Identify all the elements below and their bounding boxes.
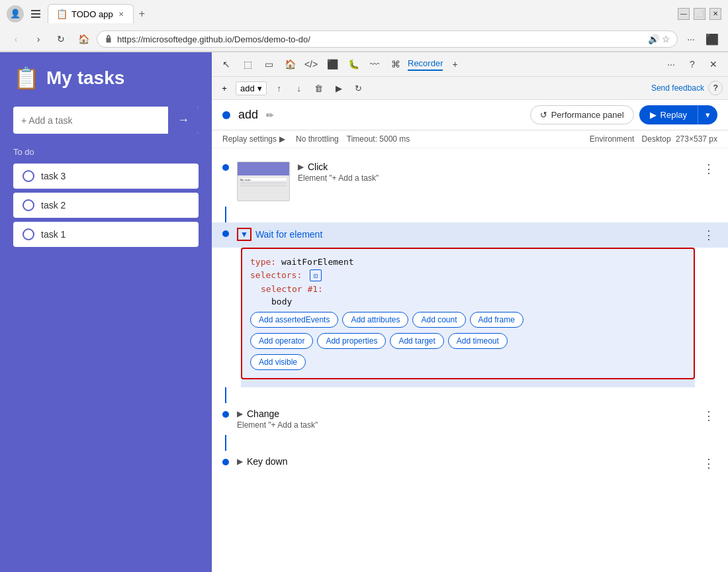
refresh-button[interactable]: ↻ — [52, 30, 70, 48]
replay-settings-bar: Replay settings ▶ No throttling Timeout:… — [212, 130, 728, 148]
home-button[interactable]: 🏠 — [74, 30, 93, 48]
play-button[interactable]: ▶ — [330, 79, 347, 97]
toggle-panel[interactable]: ▭ — [259, 55, 278, 73]
network-tool[interactable]: 🐛 — [344, 55, 363, 73]
elements-tool[interactable]: 🏠 — [281, 55, 299, 73]
console-tool[interactable]: </> — [302, 55, 320, 73]
todo-add-bar: → — [13, 107, 199, 134]
environment-device: Desktop — [642, 134, 671, 144]
todo-item-task1[interactable]: task 1 — [13, 222, 199, 247]
recorder-help-button[interactable]: ? — [708, 81, 723, 95]
step-wait-title[interactable]: ▼ Wait for element — [237, 228, 692, 241]
active-tab[interactable]: 📋 TODO app ✕ — [48, 4, 134, 23]
profile-button[interactable]: ⬛ — [703, 30, 721, 48]
recording-select[interactable]: add ▾ — [236, 81, 267, 95]
step-keydown-more-button[interactable]: ⋮ — [700, 456, 717, 471]
task3-checkbox[interactable] — [23, 170, 34, 182]
environment-label: Environment — [590, 134, 634, 144]
add-attributes-button[interactable]: Add attributes — [342, 312, 408, 328]
add-task-input[interactable] — [13, 109, 168, 132]
tab-close-button[interactable]: ✕ — [117, 9, 125, 19]
svg-rect-2 — [31, 17, 40, 18]
todo-app-icon: 📋 — [13, 66, 40, 91]
edit-recording-name-icon[interactable]: ✏ — [266, 110, 274, 120]
move-down-button[interactable]: ↓ — [291, 79, 308, 97]
recorder-tab[interactable]: Recorder — [408, 58, 443, 71]
add-properties-button[interactable]: Add properties — [317, 333, 386, 349]
add-visible-button[interactable]: Add visible — [250, 354, 306, 370]
sidebar-toggle[interactable] — [29, 7, 42, 21]
move-up-button[interactable]: ↑ — [271, 79, 288, 97]
replay-button-group: ▶ Replay ▾ — [639, 105, 717, 124]
memory-tool[interactable]: ⌘ — [387, 55, 405, 73]
close-button[interactable]: ✕ — [709, 8, 721, 20]
step-wait-more-button[interactable]: ⋮ — [700, 228, 717, 242]
step-wait-dot-col — [222, 230, 229, 237]
maximize-button[interactable]: ⬜ — [694, 8, 705, 20]
minimize-button[interactable]: — — [678, 8, 690, 20]
step-change-more-button[interactable]: ⋮ — [700, 408, 717, 423]
task2-checkbox[interactable] — [23, 199, 34, 211]
step-change-title[interactable]: ▶ Change — [237, 408, 692, 419]
replay-dropdown-button[interactable]: ▾ — [698, 105, 717, 124]
forward-button[interactable]: › — [29, 30, 48, 48]
step-click-name: Click — [308, 162, 328, 172]
new-tab-button[interactable]: + — [134, 5, 150, 23]
connector-3 — [212, 435, 728, 451]
add-timeout-button[interactable]: Add timeout — [448, 333, 508, 349]
loop-button[interactable]: ↻ — [350, 79, 367, 97]
device-tool[interactable]: ⬚ — [238, 55, 257, 73]
todo-item-task3[interactable]: task 3 — [13, 164, 199, 189]
add-frame-button[interactable]: Add frame — [470, 312, 523, 328]
step-click-more-button[interactable]: ⋮ — [700, 162, 717, 176]
lock-icon — [104, 34, 113, 44]
code-body-val: body — [250, 297, 686, 307]
address-bar[interactable]: https://microsoftedge.github.io/Demos/de… — [97, 30, 678, 48]
wait-element-code-box: type: waitForElement selectors: ⊡ select… — [241, 248, 695, 379]
sources-tool[interactable]: ⬛ — [323, 55, 341, 73]
recorder-add-button[interactable]: + — [217, 81, 232, 95]
tag-buttons-row3: Add visible — [250, 354, 686, 370]
add-target-button[interactable]: Add target — [390, 333, 443, 349]
devtools-panel: ↖ ⬚ ▭ 🏠 </> ⬛ 🐛 〰 ⌘ Recorder + ··· ? ✕ +… — [212, 52, 728, 572]
todo-item-task2[interactable]: task 2 — [13, 193, 199, 218]
help-tool[interactable]: ? — [683, 55, 702, 73]
replay-throttling-value: No throttling — [296, 134, 339, 144]
add-task-button[interactable]: → — [168, 107, 199, 134]
step-click-desc: Element "+ Add a task" — [298, 173, 692, 183]
task1-label: task 1 — [41, 229, 66, 240]
step-keydown-title[interactable]: ▶ Key down — [237, 456, 692, 467]
url-text: https://microsoftedge.github.io/Demos/de… — [117, 34, 644, 44]
settings-button[interactable]: ··· — [682, 30, 700, 48]
delete-button[interactable]: 🗑 — [310, 79, 328, 97]
add-count-button[interactable]: Add count — [412, 312, 465, 328]
task1-checkbox[interactable] — [23, 228, 34, 240]
step-wait-dot — [222, 230, 229, 237]
selector-icon-button[interactable]: ⊡ — [310, 269, 322, 281]
step-change-arrow-icon: ▶ — [237, 409, 243, 418]
replay-button[interactable]: ▶ Replay — [639, 105, 698, 124]
step-keydown-arrow-icon: ▶ — [237, 457, 243, 466]
back-button[interactable]: ‹ — [7, 30, 25, 48]
step-dot — [222, 164, 229, 171]
send-feedback-link[interactable]: Send feedback — [651, 83, 704, 93]
add-operator-button[interactable]: Add operator — [250, 333, 313, 349]
performance-tool[interactable]: 〰 — [365, 55, 384, 73]
svg-rect-1 — [31, 13, 40, 15]
close-devtools[interactable]: ✕ — [704, 55, 723, 73]
todo-header: 📋 My tasks — [13, 66, 199, 91]
add-tool[interactable]: + — [445, 55, 464, 73]
title-bar-left: 👤 — [7, 5, 42, 23]
task2-label: task 2 — [41, 200, 66, 211]
step-change-dot — [222, 411, 229, 418]
star-icon[interactable]: ☆ — [662, 34, 670, 44]
inspect-tool[interactable]: ↖ — [217, 55, 236, 73]
performance-panel-button[interactable]: ↺ Performance panel — [530, 105, 634, 124]
step-click-title[interactable]: ▶ Click — [298, 162, 692, 172]
code-selectors-line: selectors: ⊡ — [250, 269, 686, 281]
read-aloud-icon[interactable]: 🔊 — [648, 34, 659, 44]
add-asserted-events-button[interactable]: Add assertedEvents — [250, 312, 338, 328]
more-tools[interactable]: ··· — [662, 55, 680, 73]
replay-settings-toggle[interactable]: Replay settings ▶ — [222, 134, 285, 144]
code-type-key: type: — [250, 257, 281, 267]
